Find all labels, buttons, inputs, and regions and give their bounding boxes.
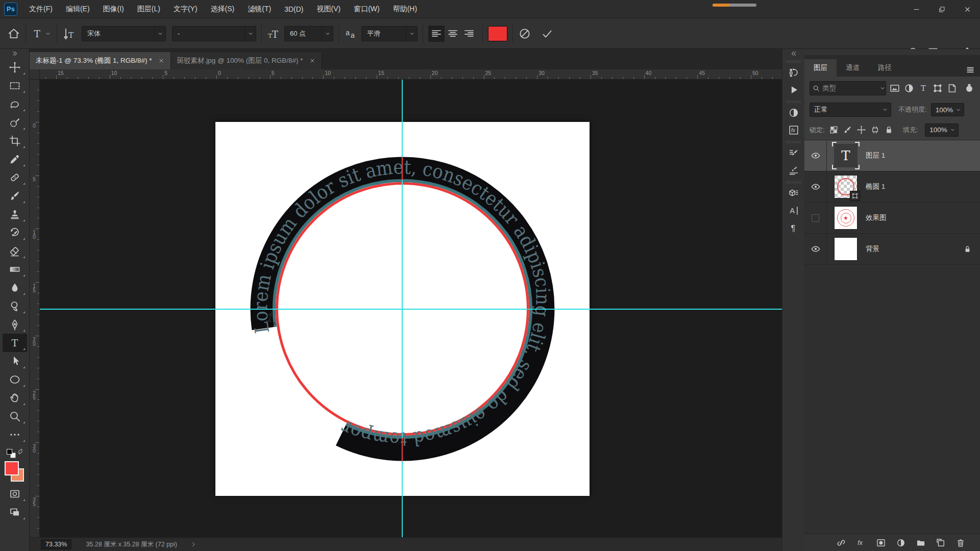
expand-panels-icon[interactable] [782, 49, 804, 58]
horizontal-guide[interactable] [40, 309, 782, 310]
adjustment-layer-icon[interactable] [896, 538, 906, 548]
horizontal-ruler[interactable]: 1510505101520253035404550 [30, 69, 782, 80]
close-tab-icon[interactable] [158, 58, 164, 64]
minimize-button[interactable] [903, 0, 929, 18]
tool-blur[interactable] [3, 279, 27, 297]
canvas-pasteboard[interactable]: Lorem ipsum dolor sit amet, consectetur … [40, 80, 782, 537]
lock-position-icon[interactable] [856, 125, 866, 135]
home-icon[interactable] [7, 27, 20, 40]
menu-item[interactable]: 选择(S) [204, 0, 241, 18]
tool-move[interactable] [3, 58, 27, 77]
tool-brush[interactable] [3, 187, 27, 205]
add-mask-icon[interactable] [876, 538, 886, 548]
chevron-down-icon[interactable] [44, 30, 52, 37]
panel-icon-character[interactable]: A [785, 202, 803, 219]
layer-filter-type-select[interactable]: 类型 [810, 81, 886, 95]
swap-colors-icon[interactable] [17, 448, 24, 455]
new-layer-icon[interactable] [936, 538, 946, 548]
layer-row-2[interactable]: 椭圆 1 [804, 171, 980, 203]
panel-icon-history[interactable] [785, 64, 803, 81]
panel-icon-paragraph[interactable]: ¶ [785, 219, 803, 237]
filter-adjustment-icon[interactable] [903, 83, 915, 94]
foreground-color-swatch[interactable] [5, 461, 19, 475]
menu-item[interactable]: 文字(Y) [167, 0, 204, 18]
toolbar-collapse-icon[interactable] [0, 49, 29, 58]
tool-eraser[interactable] [3, 242, 27, 260]
tool-history-brush[interactable] [3, 223, 27, 242]
tab-channels[interactable]: 通道 [837, 59, 869, 77]
zoom-level-field[interactable]: 73.33% [41, 539, 71, 549]
vertical-ruler[interactable]: 05101520253035 [30, 80, 40, 537]
layer-row-3[interactable]: ★效果图 [804, 203, 980, 234]
layer-name[interactable]: 图层 1 [866, 151, 885, 160]
menu-item[interactable]: 视图(V) [310, 0, 347, 18]
align-right-button[interactable] [461, 26, 477, 42]
layer-row-1[interactable]: T图层 1 [804, 140, 980, 171]
layer-thumbnail[interactable]: T [834, 144, 857, 167]
menu-item[interactable]: 图像(I) [96, 0, 131, 18]
layer-name[interactable]: 背景 [866, 244, 879, 254]
text-color-swatch[interactable] [488, 26, 507, 41]
filter-smart-object-icon[interactable] [946, 83, 958, 94]
layer-name[interactable]: 椭圆 1 [866, 182, 885, 191]
opacity-field[interactable]: 100% [931, 103, 965, 116]
delete-layer-icon[interactable] [955, 538, 966, 548]
menu-item[interactable]: 文件(F) [22, 0, 59, 18]
chevron-down-icon[interactable] [154, 27, 165, 41]
close-button[interactable] [954, 0, 980, 18]
link-layers-icon[interactable] [836, 538, 846, 548]
filter-toggle-icon[interactable] [964, 83, 975, 94]
tab-paths[interactable]: 路径 [869, 59, 901, 77]
layer-visibility-empty[interactable] [804, 203, 827, 233]
panel-icon-properties[interactable] [785, 185, 803, 202]
ruler-corner[interactable] [30, 69, 40, 80]
tool-quick-mask[interactable] [3, 485, 27, 503]
anti-alias-select[interactable]: 平滑 [361, 26, 418, 41]
panel-icon-brushes[interactable] [785, 162, 803, 179]
layer-visibility-eye-icon[interactable] [804, 234, 827, 264]
chevron-down-icon[interactable] [406, 27, 417, 41]
font-size-select[interactable]: 60 点 [284, 26, 333, 41]
panel-icon-styles[interactable]: fx [785, 121, 803, 139]
layer-visibility-eye-icon[interactable] [804, 171, 827, 202]
menu-item[interactable]: 3D(D) [278, 0, 310, 18]
layer-style-icon[interactable]: fx [856, 538, 866, 548]
default-colors-widget[interactable] [3, 447, 27, 460]
tool-marquee[interactable] [3, 77, 27, 95]
menu-item[interactable]: 图层(L) [131, 0, 167, 18]
filter-image-icon[interactable] [889, 83, 900, 94]
chevron-down-icon[interactable] [244, 27, 256, 41]
tool-pen[interactable] [3, 315, 27, 334]
layer-thumbnail[interactable]: ★ [834, 206, 857, 230]
fill-field[interactable]: 100% [925, 123, 959, 137]
text-orientation-icon[interactable]: T [62, 27, 76, 40]
font-family-select[interactable]: 宋体 [82, 26, 166, 41]
panel-menu-icon[interactable] [966, 65, 975, 72]
close-tab-icon[interactable] [309, 58, 315, 64]
blend-mode-select[interactable]: 正常 [810, 103, 891, 117]
menu-item[interactable]: 帮助(H) [386, 0, 424, 18]
tool-eyedropper[interactable] [3, 150, 27, 168]
new-group-icon[interactable] [916, 538, 926, 548]
tool-quick-selection[interactable] [3, 113, 27, 132]
tool-shape[interactable] [3, 370, 27, 389]
type-tool-preset-icon[interactable]: T [31, 27, 44, 40]
tool-healing[interactable] [3, 168, 27, 187]
tool-type[interactable]: T [3, 334, 27, 352]
panel-icon-actions[interactable] [785, 81, 803, 98]
tool-gradient[interactable] [3, 260, 27, 279]
tool-more[interactable] [3, 425, 27, 444]
lock-all-icon[interactable] [884, 125, 894, 135]
lock-transparent-icon[interactable] [829, 125, 839, 135]
menu-item[interactable]: 滤镜(T) [241, 0, 278, 18]
tool-clone-stamp[interactable] [3, 205, 27, 223]
tab-layers[interactable]: 图层 [804, 59, 837, 77]
tool-crop[interactable] [3, 132, 27, 150]
layer-thumbnail[interactable] [834, 175, 857, 198]
document-tab-material[interactable]: 斑驳素材.jpg @ 100% (图层 0, RGB/8#) * [171, 52, 322, 69]
font-style-select[interactable]: - [172, 26, 256, 41]
tool-zoom[interactable] [3, 407, 27, 425]
layer-row-4[interactable]: 背景 [804, 234, 980, 265]
commit-edit-icon[interactable] [541, 27, 554, 40]
tool-lasso[interactable] [3, 95, 27, 113]
